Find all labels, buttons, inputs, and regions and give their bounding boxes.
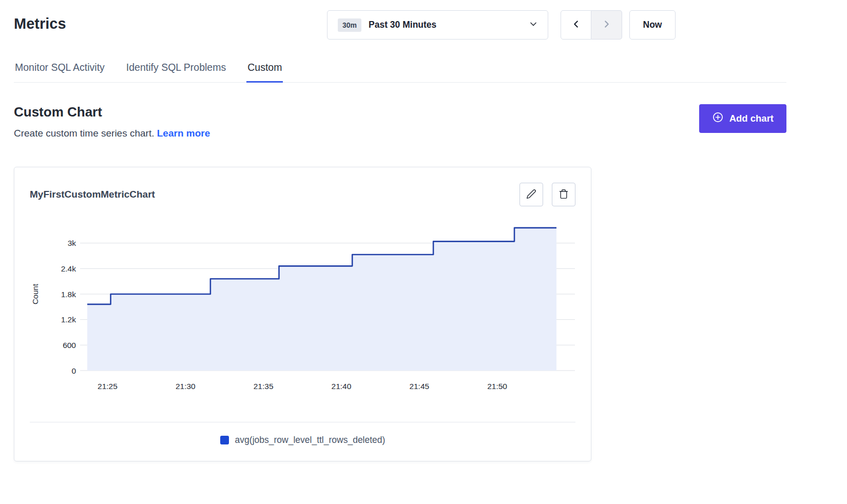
time-range-dropdown[interactable]: 30m Past 30 Minutes <box>327 10 548 40</box>
chart-legend: avg(jobs_row_level_ttl_rows_deleted) <box>30 435 575 445</box>
time-range-label: Past 30 Minutes <box>369 20 436 30</box>
chevron-right-icon <box>601 18 612 31</box>
pencil-icon <box>526 189 536 201</box>
svg-text:Count: Count <box>31 283 40 304</box>
trash-icon <box>559 189 569 201</box>
tab-custom[interactable]: Custom <box>246 59 283 82</box>
svg-text:21:35: 21:35 <box>254 382 274 391</box>
chart-plot-area: 06001.2k1.8k2.4k3k21:2521:3021:3521:4021… <box>30 214 575 410</box>
time-range-badge: 30m <box>338 18 361 32</box>
custom-chart-card: MyFirstCustomMetricChart 06001.2k1.8k2.4… <box>14 167 591 461</box>
edit-chart-button[interactable] <box>519 183 543 206</box>
svg-text:0: 0 <box>71 366 76 375</box>
svg-text:21:50: 21:50 <box>487 382 507 391</box>
legend-label: avg(jobs_row_level_ttl_rows_deleted) <box>235 435 386 445</box>
custom-chart-section-header: Custom Chart Create custom time series c… <box>14 104 786 139</box>
svg-text:2.4k: 2.4k <box>61 264 76 273</box>
svg-text:3k: 3k <box>68 239 76 247</box>
previous-time-range-button[interactable] <box>561 10 591 40</box>
now-button[interactable]: Now <box>629 10 676 40</box>
chart-card-actions <box>519 183 575 206</box>
legend-swatch <box>220 436 229 444</box>
chevron-down-icon <box>528 19 538 31</box>
svg-text:21:30: 21:30 <box>176 382 196 391</box>
metrics-page: Metrics 30m Past 30 Minutes <box>14 0 786 461</box>
svg-text:1.8k: 1.8k <box>61 290 76 299</box>
svg-text:21:45: 21:45 <box>409 382 429 391</box>
svg-text:21:25: 21:25 <box>98 382 118 391</box>
page-header: Metrics 30m Past 30 Minutes <box>14 12 786 45</box>
chart-card-header: MyFirstCustomMetricChart <box>30 183 575 206</box>
custom-chart-heading-group: Custom Chart Create custom time series c… <box>14 104 210 139</box>
metrics-tabs: Monitor SQL Activity Identify SQL Proble… <box>14 59 786 83</box>
section-title: Custom Chart <box>14 104 210 120</box>
delete-chart-button[interactable] <box>552 183 575 206</box>
svg-text:21:40: 21:40 <box>332 382 352 391</box>
section-description-text: Create custom time series chart. <box>14 128 154 139</box>
legend-divider <box>30 422 575 422</box>
time-controls: 30m Past 30 Minutes Now <box>327 10 676 40</box>
learn-more-link[interactable]: Learn more <box>157 128 210 139</box>
svg-text:600: 600 <box>63 341 76 350</box>
section-description: Create custom time series chart. Learn m… <box>14 128 210 139</box>
chart-title: MyFirstCustomMetricChart <box>30 189 155 200</box>
time-step-buttons <box>561 10 622 40</box>
tab-monitor-sql-activity[interactable]: Monitor SQL Activity <box>14 59 106 82</box>
add-chart-label: Add chart <box>729 113 774 124</box>
custom-metric-chart: 06001.2k1.8k2.4k3k21:2521:3021:3521:4021… <box>30 214 576 408</box>
next-time-range-button[interactable] <box>591 10 622 40</box>
add-chart-button[interactable]: Add chart <box>699 104 786 133</box>
tab-identify-sql-problems[interactable]: Identify SQL Problems <box>125 59 227 82</box>
plus-circle-icon <box>712 111 724 126</box>
svg-text:1.2k: 1.2k <box>61 315 76 324</box>
chevron-left-icon <box>570 18 582 31</box>
